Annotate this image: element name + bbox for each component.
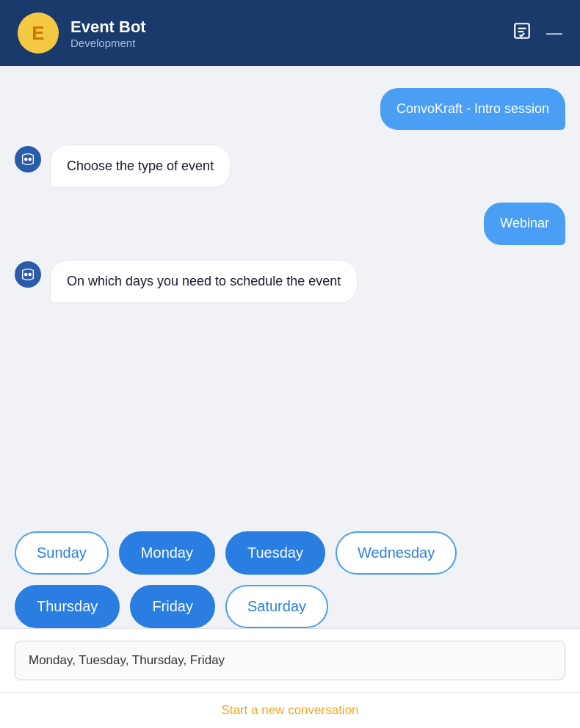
- bot-avatar-2: [15, 261, 41, 288]
- header-title: Event Bot: [70, 18, 512, 37]
- bubble-user-1: ConvoKraft - Intro session: [380, 88, 565, 130]
- bubble-user-2: Webinar: [484, 203, 565, 244]
- day-button-monday[interactable]: Monday: [119, 531, 215, 575]
- message-row-bot-2: On which days you need to schedule the e…: [15, 260, 565, 303]
- header: E Event Bot Development —: [0, 0, 580, 66]
- bubble-bot-2: On which days you need to schedule the e…: [50, 260, 358, 303]
- day-button-friday[interactable]: Friday: [130, 585, 215, 628]
- message-row-user-1: ConvoKraft - Intro session: [15, 88, 565, 130]
- header-text: Event Bot Development: [70, 18, 512, 49]
- new-conversation-link[interactable]: Start a new conversation: [221, 703, 358, 717]
- svg-point-3: [24, 158, 28, 161]
- input-area: [0, 628, 580, 692]
- footer: Start a new conversation: [0, 692, 580, 728]
- checklist-icon[interactable]: [512, 21, 532, 45]
- message-row-bot-1: Choose the type of event: [15, 145, 565, 188]
- chat-area: ConvoKraft - Intro session Choose the ty…: [0, 66, 580, 531]
- svg-point-6: [28, 272, 32, 276]
- minimize-icon[interactable]: —: [546, 23, 562, 43]
- day-button-thursday[interactable]: Thursday: [15, 585, 120, 628]
- svg-point-4: [28, 158, 32, 161]
- day-button-wednesday[interactable]: Wednesday: [336, 531, 457, 575]
- day-button-sunday[interactable]: Sunday: [15, 531, 109, 575]
- day-buttons-container: SundayMondayTuesdayWednesdayThursdayFrid…: [0, 531, 580, 628]
- bot-avatar-1: [15, 146, 41, 172]
- message-input[interactable]: [15, 641, 565, 680]
- bubble-bot-1: Choose the type of event: [50, 145, 231, 188]
- day-button-saturday[interactable]: Saturday: [225, 585, 328, 628]
- header-icons: —: [512, 21, 562, 45]
- header-subtitle: Development: [70, 37, 512, 49]
- day-button-tuesday[interactable]: Tuesday: [225, 531, 325, 575]
- svg-point-5: [24, 272, 28, 276]
- message-row-user-2: Webinar: [15, 203, 565, 244]
- avatar: E: [18, 12, 59, 54]
